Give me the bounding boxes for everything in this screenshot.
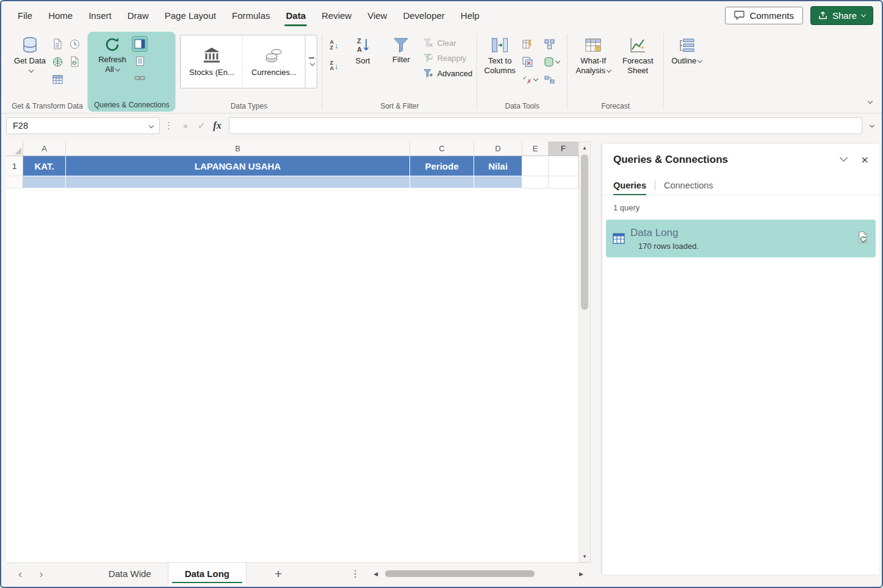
- scroll-up-icon[interactable]: ▲: [582, 142, 587, 153]
- ribbon-tab-page-layout[interactable]: Page Layout: [157, 1, 224, 29]
- vertical-scrollbar-thumb[interactable]: [581, 154, 588, 310]
- cell-nilai[interactable]: [474, 176, 522, 188]
- horizontal-scrollbar[interactable]: ◀ ▶: [373, 570, 591, 578]
- cell-periode[interactable]: [410, 176, 474, 188]
- panel-tab-queries[interactable]: Queries: [613, 176, 646, 195]
- column-header-b[interactable]: B: [66, 142, 410, 156]
- ribbon-tab-developer[interactable]: Developer: [395, 1, 452, 29]
- stocks-button[interactable]: Stocks (En...: [181, 35, 243, 88]
- forecast-sheet-button[interactable]: Forecast Sheet: [616, 32, 659, 75]
- consolidate-button[interactable]: [542, 37, 557, 51]
- panel-close-icon[interactable]: ×: [861, 154, 868, 166]
- recent-sources-button[interactable]: [67, 37, 82, 51]
- share-button[interactable]: Share: [810, 6, 873, 25]
- panel-tab-connections[interactable]: Connections: [664, 176, 713, 195]
- sheet-tab-data-long[interactable]: Data Long: [168, 563, 247, 584]
- horizontal-scrollbar-track[interactable]: [382, 570, 575, 578]
- column-header-a[interactable]: A: [23, 142, 66, 156]
- column-header-e[interactable]: E: [522, 142, 549, 156]
- sort-descending-button[interactable]: ZA↓: [326, 59, 341, 73]
- refresh-all-button[interactable]: Refresh All: [94, 32, 131, 74]
- query-refresh-icon[interactable]: [857, 231, 869, 246]
- ribbon-tab-insert[interactable]: Insert: [81, 1, 120, 29]
- sort-ascending-button[interactable]: AZ↓: [326, 38, 341, 52]
- panel-collapse-icon[interactable]: [841, 154, 846, 165]
- data-validation-button[interactable]: ✓✗: [520, 72, 539, 87]
- row-number[interactable]: [6, 176, 23, 188]
- comments-button[interactable]: Comments: [725, 7, 803, 24]
- ribbon-tab-formulas[interactable]: Formulas: [224, 1, 278, 29]
- ribbon-tab-view[interactable]: View: [359, 1, 395, 29]
- link-icon: [134, 74, 145, 82]
- scroll-right-icon[interactable]: ▶: [579, 571, 583, 577]
- ribbon-tab-draw[interactable]: Draw: [120, 1, 157, 29]
- group-label-forecast: Forecast: [572, 99, 659, 113]
- what-if-analysis-button[interactable]: ? What-If Analysis: [572, 32, 614, 75]
- properties-button[interactable]: [132, 54, 147, 68]
- sheet-nav-next-icon[interactable]: ›: [39, 568, 43, 579]
- formula-bar-drag-handle[interactable]: ⋮: [164, 120, 173, 131]
- queries-connections-toggle-button[interactable]: [132, 37, 147, 51]
- ribbon-tabs: File Home Insert Draw Page Layout Formul…: [10, 1, 488, 29]
- panel-title: Queries & Connections: [613, 154, 728, 166]
- sheet-bar-kebab-icon[interactable]: ⋮: [350, 568, 360, 579]
- column-header-c[interactable]: C: [410, 142, 474, 156]
- edit-links-button[interactable]: [132, 71, 147, 85]
- flash-fill-button[interactable]: [520, 37, 535, 51]
- ribbon-tab-data[interactable]: Data: [278, 1, 314, 29]
- ribbon-tab-help[interactable]: Help: [453, 1, 488, 29]
- insert-function-icon[interactable]: fx: [209, 118, 225, 134]
- currencies-button[interactable]: Currencies...: [243, 35, 305, 88]
- outline-button[interactable]: Outline: [668, 32, 705, 66]
- ribbon-tab-review[interactable]: Review: [314, 1, 359, 29]
- horizontal-scrollbar-thumb[interactable]: [385, 570, 535, 577]
- gallery-more-button[interactable]: [305, 35, 317, 88]
- filter-button[interactable]: Filter: [383, 32, 419, 65]
- header-cell-periode[interactable]: Periode: [410, 156, 474, 176]
- cell-empty-f[interactable]: [549, 156, 578, 176]
- header-cell-kat[interactable]: KAT.: [23, 156, 66, 176]
- relationships-button[interactable]: [542, 72, 557, 87]
- header-cell-nilai[interactable]: Nilai: [474, 156, 522, 176]
- text-to-columns-button[interactable]: Text to Columns: [481, 32, 518, 75]
- cell-empty-e[interactable]: [522, 156, 549, 176]
- outline-chevron-icon: [697, 58, 702, 63]
- sheet-tab-data-wide[interactable]: Data Wide: [92, 563, 168, 584]
- new-sheet-button[interactable]: +: [275, 567, 282, 581]
- scroll-left-icon[interactable]: ◀: [373, 571, 378, 577]
- row-number[interactable]: 1: [6, 156, 23, 176]
- formula-input[interactable]: [229, 117, 862, 134]
- ribbon-tab-file[interactable]: File: [10, 1, 40, 29]
- select-all-corner[interactable]: [6, 142, 23, 156]
- scroll-down-icon[interactable]: ▼: [582, 551, 587, 562]
- cell-empty-e[interactable]: [522, 176, 549, 188]
- data-model-button[interactable]: [542, 54, 561, 69]
- header-cell-usaha[interactable]: LAPANGAN USAHA: [66, 156, 410, 176]
- sheet-nav-previous-icon[interactable]: ‹: [18, 568, 22, 579]
- cancel-icon[interactable]: ×: [178, 118, 193, 134]
- ribbon-tab-home[interactable]: Home: [40, 1, 81, 29]
- get-data-button[interactable]: Get Data: [12, 32, 48, 75]
- name-box-chevron-icon[interactable]: [148, 121, 153, 131]
- column-header-f[interactable]: F: [549, 142, 578, 156]
- clear-filter-button[interactable]: Clear: [423, 38, 472, 48]
- advanced-filter-button[interactable]: Advanced: [423, 68, 472, 78]
- sort-button[interactable]: ZA Sort: [344, 32, 381, 66]
- enter-icon[interactable]: ✓: [193, 118, 209, 134]
- refresh-all-chevron-icon: [115, 66, 120, 71]
- existing-connections-button[interactable]: [67, 54, 82, 69]
- vertical-scrollbar[interactable]: ▲ ▼: [578, 142, 591, 562]
- formula-bar-expand-icon[interactable]: [862, 123, 879, 128]
- cell-kat[interactable]: [23, 176, 66, 188]
- collapse-ribbon-button[interactable]: [867, 96, 872, 107]
- reapply-filter-button[interactable]: Reapply: [423, 53, 472, 63]
- from-text-csv-button[interactable]: [50, 37, 65, 51]
- from-web-button[interactable]: [50, 54, 65, 69]
- remove-duplicates-button[interactable]: [520, 54, 535, 69]
- column-header-d[interactable]: D: [474, 142, 522, 156]
- cell-empty-f[interactable]: [549, 176, 578, 188]
- from-table-range-button[interactable]: [50, 72, 65, 87]
- query-item-data-long[interactable]: Data Long 170 rows loaded.: [606, 220, 876, 257]
- name-box[interactable]: F28: [6, 117, 160, 134]
- cell-usaha[interactable]: [66, 176, 410, 188]
